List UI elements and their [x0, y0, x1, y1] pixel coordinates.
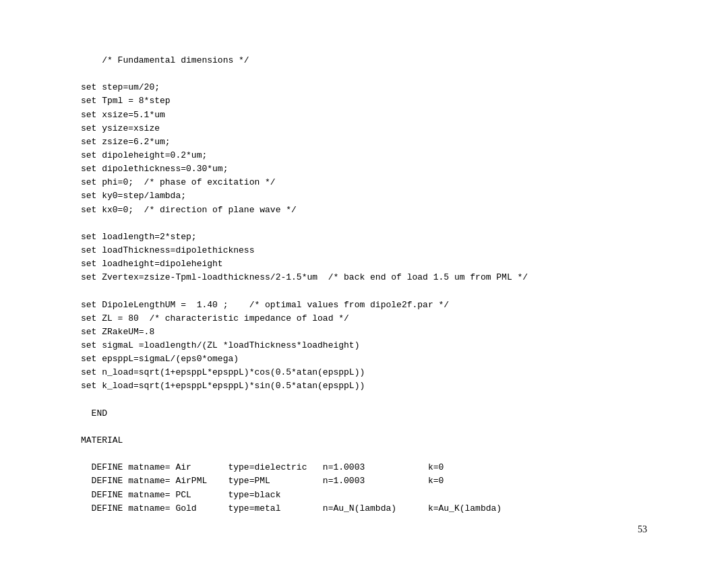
- code-block: /* Fundamental dimensions */ set step=um…: [81, 54, 647, 516]
- page-container: /* Fundamental dimensions */ set step=um…: [0, 0, 728, 562]
- content-area: /* Fundamental dimensions */ set step=um…: [81, 54, 647, 516]
- page-number: 53: [638, 524, 647, 535]
